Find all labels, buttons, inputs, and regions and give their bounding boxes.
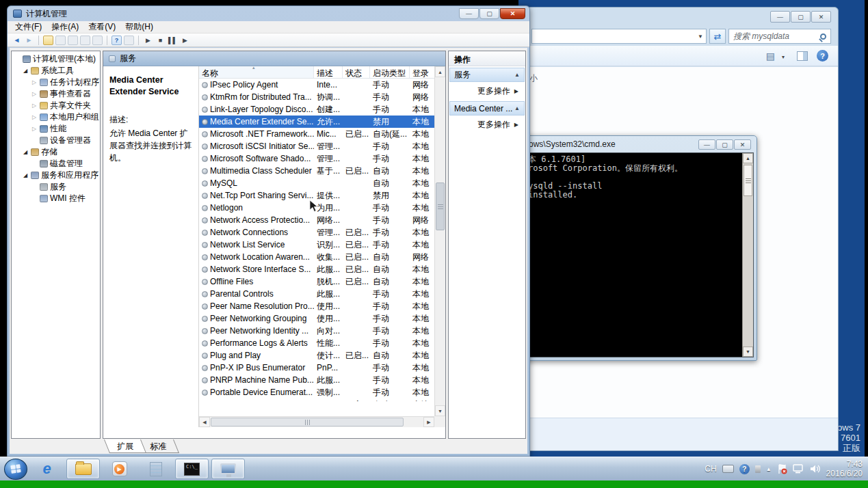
help-icon[interactable]: ? bbox=[739, 464, 750, 474]
horizontal-scrollbar[interactable]: ◀ ▶ bbox=[199, 416, 434, 427]
back-icon[interactable]: ◄ bbox=[12, 36, 22, 45]
media-player-button[interactable]: ▶ bbox=[103, 459, 136, 479]
service-row[interactable]: PnP-X IP Bus EnumeratorPnP...手动本地 bbox=[199, 362, 434, 374]
command-prompt-button[interactable]: C:\_ bbox=[175, 459, 209, 479]
scroll-up-icon[interactable]: ▲ bbox=[435, 66, 445, 77]
forward-icon[interactable]: ► bbox=[24, 36, 34, 45]
expander-icon[interactable]: ◢ bbox=[22, 68, 29, 74]
search-input[interactable]: 搜索 mysqldata bbox=[733, 31, 820, 42]
menu-item-3[interactable]: 帮助(H) bbox=[120, 21, 158, 33]
help-icon[interactable]: ? bbox=[111, 36, 122, 45]
console-output[interactable]: 本 6.1.7601]rosoft Corporation。保留所有权利。 ys… bbox=[523, 152, 754, 357]
expander-icon[interactable]: ▷ bbox=[31, 91, 38, 97]
maximize-button[interactable]: ▢ bbox=[791, 11, 811, 23]
scroll-down-icon[interactable]: ▼ bbox=[435, 405, 445, 416]
expander-icon[interactable]: ◢ bbox=[22, 149, 29, 155]
scrollbar-thumb[interactable] bbox=[211, 418, 404, 426]
pause-service-icon[interactable]: ▌▌ bbox=[168, 36, 178, 45]
collapse-icon[interactable]: ▲ bbox=[514, 105, 520, 111]
search-box[interactable]: 搜索 mysqldata bbox=[728, 29, 831, 44]
scrollbar-thumb[interactable] bbox=[436, 182, 445, 230]
action-center-icon[interactable] bbox=[777, 464, 787, 474]
tree-item[interactable]: 磁盘管理 bbox=[12, 158, 100, 170]
help-icon[interactable]: ? bbox=[817, 50, 828, 62]
tree-item[interactable]: ◢存储 bbox=[12, 146, 100, 158]
scroll-up-icon[interactable]: ▲ bbox=[743, 153, 753, 163]
export-list-icon[interactable] bbox=[92, 36, 103, 45]
titlebar[interactable]: 计算机管理 — ▢ ✕ bbox=[8, 6, 529, 21]
address-dropdown-icon[interactable]: ▼ bbox=[695, 33, 706, 40]
more-actions-services[interactable]: 更多操作 ▶ bbox=[449, 82, 525, 100]
service-row[interactable]: Microsoft Software Shado...管理...手动本地 bbox=[199, 152, 434, 165]
scrollbar-thumb[interactable] bbox=[744, 165, 752, 196]
start-button[interactable] bbox=[4, 459, 27, 480]
scroll-left-icon[interactable]: ◀ bbox=[199, 417, 210, 427]
tree-item[interactable]: ▷本地用户和组 bbox=[12, 111, 100, 123]
tree-item[interactable]: ▷共享文件夹 bbox=[12, 100, 100, 111]
vertical-scrollbar[interactable]: ▲ ▼ bbox=[434, 66, 445, 416]
volume-icon[interactable] bbox=[810, 464, 821, 474]
tree-item[interactable]: ◢服务和应用程序 bbox=[12, 170, 100, 181]
tree-item[interactable]: WMI 控件 bbox=[12, 193, 100, 204]
service-row[interactable]: Microsoft .NET Framework...Mic...已启...自动… bbox=[199, 128, 434, 140]
column-header-3[interactable]: 启动类型 bbox=[370, 66, 410, 78]
console-window-icon[interactable] bbox=[124, 36, 134, 45]
tree-item[interactable]: ◢系统工具 bbox=[12, 65, 100, 77]
close-button[interactable]: ✕ bbox=[811, 11, 831, 23]
column-header-2[interactable]: 状态 bbox=[343, 66, 370, 78]
ime-icon[interactable] bbox=[755, 465, 761, 473]
console-scrollbar[interactable]: ▲ ▼ bbox=[742, 153, 753, 357]
show-hidden-icons[interactable]: ▲ bbox=[766, 466, 772, 472]
service-row[interactable]: MySQL自动本地 bbox=[199, 177, 434, 189]
window-icon[interactable] bbox=[55, 36, 66, 45]
maximize-button[interactable]: ▢ bbox=[716, 139, 733, 150]
menu-item-0[interactable]: 文件(F) bbox=[10, 21, 47, 33]
address-bar[interactable]: ▼ bbox=[531, 29, 707, 44]
expander-icon[interactable]: ▷ bbox=[31, 114, 38, 120]
cmd-titlebar[interactable]: ows\System32\cmd.exe — ▢ ✕ bbox=[521, 136, 757, 152]
tree-item[interactable]: 计算机管理(本地) bbox=[12, 53, 100, 65]
service-row[interactable]: Network Location Awaren...收集...已启...自动网络 bbox=[199, 251, 434, 263]
notepad-button[interactable] bbox=[139, 459, 172, 479]
tree-item[interactable]: 设备管理器 bbox=[12, 135, 100, 146]
views-icon[interactable]: ▤ bbox=[766, 51, 775, 62]
service-row[interactable]: PNRP Machine Name Pub...此服...手动本地 bbox=[199, 374, 434, 386]
menu-item-2[interactable]: 查看(V) bbox=[83, 21, 120, 33]
service-row[interactable]: Offline Files脱机...已启...自动本地 bbox=[199, 275, 434, 288]
service-row[interactable]: Parental Controls此服...手动本地 bbox=[199, 288, 434, 300]
export-icon[interactable] bbox=[43, 36, 53, 45]
menu-item-1[interactable]: 操作(A) bbox=[47, 21, 83, 33]
more-actions-media-center[interactable]: 更多操作 ▶ bbox=[449, 116, 525, 133]
service-row[interactable]: IPsec Policy AgentInte...手动网络 bbox=[199, 79, 434, 91]
views-dropdown-icon[interactable]: ▾ bbox=[782, 54, 785, 60]
minimize-button[interactable]: — bbox=[770, 11, 790, 23]
service-row[interactable]: Power管理...已启...自动本地 bbox=[199, 398, 434, 401]
actions-section-services[interactable]: 服务 ▲ bbox=[449, 68, 525, 82]
tree-item[interactable]: 服务 bbox=[12, 181, 100, 193]
expander-icon[interactable]: ◢ bbox=[22, 172, 29, 178]
stop-service-icon[interactable]: ■ bbox=[155, 36, 166, 45]
keyboard-icon[interactable] bbox=[722, 465, 734, 473]
service-row[interactable]: KtmRm for Distributed Tra...协调...手动网络 bbox=[199, 91, 434, 103]
service-row[interactable]: Network List Service识别...已启...手动本地 bbox=[199, 239, 434, 251]
maximize-button[interactable]: ▢ bbox=[479, 8, 499, 19]
service-row[interactable]: Network Access Protectio...网络...手动网络 bbox=[199, 214, 434, 226]
language-indicator[interactable]: CH bbox=[705, 464, 716, 474]
service-row[interactable]: Performance Logs & Alerts性能...手动本地 bbox=[199, 337, 434, 349]
clock[interactable]: 7:43 2016/6/20 bbox=[826, 459, 863, 478]
service-row[interactable]: Plug and Play使计...已启...自动本地 bbox=[199, 349, 434, 362]
scroll-right-icon[interactable]: ▶ bbox=[423, 417, 434, 427]
column-header-1[interactable]: 描述 bbox=[314, 66, 343, 78]
network-icon[interactable] bbox=[793, 464, 804, 474]
start-service-icon[interactable]: ▶ bbox=[143, 36, 153, 45]
service-row[interactable]: Multimedia Class Scheduler基于...已启...自动本地 bbox=[199, 165, 434, 177]
service-row[interactable]: Microsoft iSCSI Initiator Se...管理...手动本地 bbox=[199, 140, 434, 152]
column-header-4[interactable]: 登录 bbox=[410, 66, 434, 78]
service-row[interactable]: Peer Name Resolution Pro...使用...手动本地 bbox=[199, 300, 434, 312]
column-header-0[interactable]: 名称▴ bbox=[199, 66, 314, 78]
actions-section-media-center[interactable]: Media Center ... ▲ bbox=[449, 101, 525, 116]
preview-pane-icon[interactable] bbox=[797, 51, 808, 61]
collapse-icon[interactable]: ▲ bbox=[514, 72, 520, 78]
close-button[interactable]: ✕ bbox=[500, 8, 525, 19]
refresh-icon[interactable] bbox=[80, 36, 90, 45]
